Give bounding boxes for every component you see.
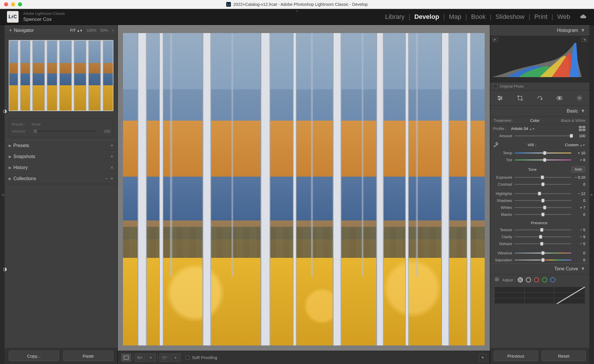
curve-channel-luma-icon[interactable] [526,277,531,282]
module-library[interactable]: Library [381,13,409,21]
auto-tone-button[interactable]: Auto [571,166,585,173]
before-after-lr-button[interactable]: B|A [135,354,145,362]
loupe-view-button[interactable] [121,354,131,362]
zoom-50[interactable]: 50% [100,28,108,32]
original-photo-checkbox-icon[interactable] [494,85,497,88]
navigator-thumbnail[interactable] [9,40,113,111]
module-map[interactable]: Map [445,13,466,21]
clarity-slider[interactable] [515,236,571,237]
presets-header[interactable]: ▶ Presets + [5,140,117,151]
shadows-slider[interactable] [515,200,571,201]
copy-button[interactable]: Copy... [9,351,59,361]
saturation-slider[interactable] [515,260,571,260]
shadows-value[interactable]: 0 [571,198,585,203]
texture-slider[interactable] [515,229,571,230]
eyedropper-icon[interactable] [493,142,499,148]
vibrance-slider[interactable] [515,253,571,253]
tint-slider[interactable] [515,160,571,160]
compare-yy-menu-button[interactable]: ▾ [171,354,180,362]
paste-button[interactable]: Paste [63,351,114,361]
temp-slider[interactable] [515,153,571,153]
whites-value[interactable]: + 7 [571,205,585,210]
curve-channel-green-icon[interactable] [542,277,547,282]
exposure-value[interactable]: − 0.10 [571,175,585,180]
clarity-value[interactable]: − 9 [571,235,585,239]
chevron-down-icon[interactable]: ▼ [580,108,585,114]
exposure-slider[interactable] [515,177,571,178]
histogram[interactable]: ◤ ◥ [490,36,589,82]
profile-amount-slider[interactable] [515,135,571,136]
add-preset-button[interactable]: + [110,143,113,149]
right-panel-grip-icon[interactable]: ▶ [589,25,594,364]
whites-slider[interactable] [515,207,571,208]
module-develop[interactable]: Develop [410,13,443,21]
image-viewport[interactable] [123,33,485,345]
add-snapshot-button[interactable]: + [110,154,113,160]
navigator-preview[interactable] [5,36,117,115]
collections-header[interactable]: ▶ Collections − + [5,173,117,184]
tone-curve-editor[interactable] [494,287,585,304]
dehaze-value[interactable]: − 5 [571,242,585,246]
snapshots-header[interactable]: ▶ Snapshots + [5,151,117,162]
curve-channel-parametric-icon[interactable] [518,277,523,282]
toolbar-options-button[interactable]: ▾ [479,354,486,361]
panel-switch-icon[interactable]: ◑ [3,266,7,272]
before-after-menu-button[interactable]: ▾ [146,354,156,362]
curve-channel-red-icon[interactable] [534,277,539,282]
module-web[interactable]: Web [553,13,574,21]
masking-icon[interactable] [574,93,585,103]
identity-name[interactable]: Spencer Cox [23,16,65,22]
original-photo-toggle[interactable]: Original Photo [490,82,589,90]
header-collapse-grip-icon[interactable]: ▲ [295,9,299,13]
crop-icon[interactable] [515,93,525,103]
profile-browser-icon[interactable] [579,126,585,131]
edit-sliders-icon[interactable] [495,93,505,103]
wb-picker[interactable]: Custom ▲▼ [565,143,585,147]
healing-icon[interactable] [535,93,545,103]
tint-value[interactable]: + 8 [571,158,585,162]
dehaze-slider[interactable] [515,243,571,244]
clear-history-button[interactable]: × [110,165,113,171]
curve-channel-blue-icon[interactable] [550,277,555,282]
module-slideshow[interactable]: Slideshow [491,13,528,21]
navigator-disclosure-icon[interactable]: ▼ [9,28,14,32]
navigator-header[interactable]: ▼ Navigator FIT ▲▼ 100% 50% v [5,25,117,36]
chevron-down-icon[interactable]: ▼ [580,266,585,272]
blacks-value[interactable]: 0 [571,212,585,217]
panel-switch-icon[interactable]: ◑ [3,108,7,114]
profile-amount-value[interactable]: 100 [571,134,585,138]
module-book[interactable]: Book [467,13,490,21]
module-print[interactable]: Print [530,13,551,21]
treatment-color[interactable]: Color [530,118,539,123]
texture-value[interactable]: − 5 [571,228,585,232]
history-header[interactable]: ▶ History × [5,162,117,173]
reset-button[interactable]: Reset [542,351,586,361]
profile-picker[interactable]: Artistic 04 ▲▼ [511,126,535,131]
contrast-slider[interactable] [515,184,571,185]
zoom-fit[interactable]: FIT ▲▼ [70,28,83,32]
redeye-icon[interactable] [554,93,565,103]
left-panel-grip-icon[interactable]: ◀ [0,25,5,364]
temp-value[interactable]: + 10 [571,151,585,155]
compare-yy-button[interactable]: Y|Y [160,354,169,362]
zoom-100[interactable]: 100% [87,28,96,32]
add-collection-button[interactable]: + [110,176,113,182]
highlights-slider[interactable] [515,193,571,194]
soft-proofing-checkbox[interactable] [186,356,190,360]
chevron-down-icon[interactable]: ▼ [580,28,585,33]
vibrance-value[interactable]: 0 [571,251,585,255]
treatment-bw[interactable]: Black & White [561,118,585,123]
basic-header[interactable]: ◑ Basic ▼ [490,106,589,117]
contrast-value[interactable]: 0 [571,182,585,186]
remove-collection-button[interactable]: − [105,176,108,182]
saturation-value[interactable]: 0 [571,258,585,262]
histogram-header[interactable]: Histogram ▼ [490,25,589,36]
preset-amount-slider[interactable] [34,131,96,132]
highlights-value[interactable]: − 12 [571,191,585,196]
target-adjust-icon[interactable] [494,277,499,283]
previous-button[interactable]: Previous [494,351,538,361]
cloud-sync-icon[interactable] [579,14,587,20]
blacks-slider[interactable] [515,214,571,215]
tone-curve-header[interactable]: ◑ Tone Curve ▼ [490,263,589,274]
zoom-chevron-icon[interactable]: v [112,29,113,32]
